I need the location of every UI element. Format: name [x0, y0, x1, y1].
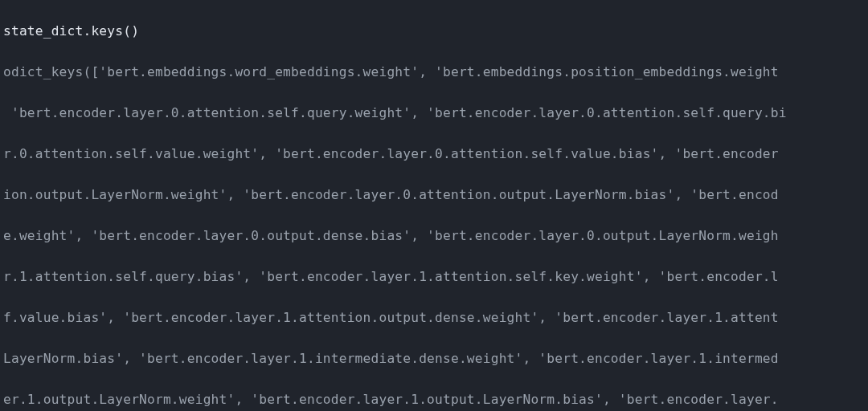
python-output-line: 'bert.encoder.layer.0.attention.self.que… [3, 103, 865, 124]
python-output-line: LayerNorm.bias', 'bert.encoder.layer.1.i… [3, 348, 865, 369]
python-input-line: state_dict.keys() [3, 21, 865, 42]
python-output-line: er.1.output.LayerNorm.weight', 'bert.enc… [3, 389, 865, 410]
python-output-line: f.value.bias', 'bert.encoder.layer.1.att… [3, 307, 865, 328]
python-output-line: r.0.attention.self.value.weight', 'bert.… [3, 144, 865, 165]
python-output-line: ion.output.LayerNorm.weight', 'bert.enco… [3, 185, 865, 206]
python-output-line: odict_keys(['bert.embeddings.word_embedd… [3, 62, 865, 83]
python-output-line: r.1.attention.self.query.bias', 'bert.en… [3, 267, 865, 287]
terminal-output: state_dict.keys() odict_keys(['bert.embe… [0, 0, 868, 411]
python-output-line: e.weight', 'bert.encoder.layer.0.output.… [3, 226, 865, 246]
